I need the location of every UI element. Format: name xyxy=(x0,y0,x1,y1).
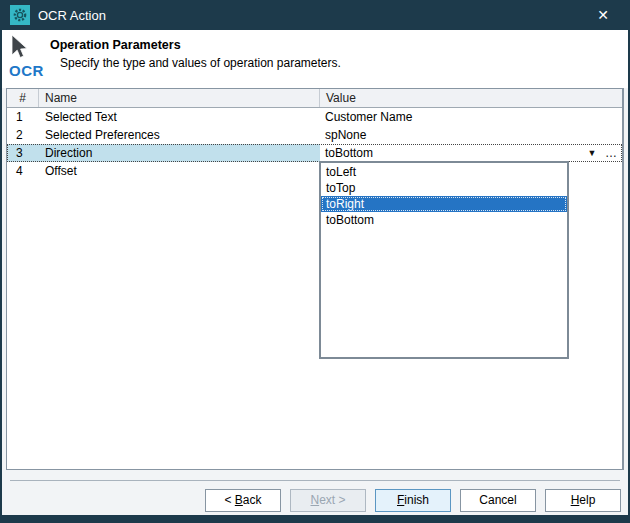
help-button[interactable]: Help xyxy=(545,489,621,512)
value-editor-cell[interactable]: toBottom▼… xyxy=(320,144,622,162)
row-name-cell: Direction xyxy=(39,144,320,162)
ellipsis-button[interactable]: … xyxy=(602,146,620,160)
dropdown-item[interactable]: toLeft xyxy=(321,164,567,180)
page-title: Operation Parameters xyxy=(50,38,181,52)
finish-button[interactable]: Finish xyxy=(375,489,451,512)
footer-separator xyxy=(10,480,620,481)
wizard-header: OCR Operation Parameters Specify the typ… xyxy=(2,30,628,88)
title-bar: OCR Action ✕ xyxy=(2,0,628,30)
cursor-arrow-icon xyxy=(9,34,33,60)
dropdown-arrow-icon[interactable]: ▼ xyxy=(582,144,602,162)
row-number-cell: 3 xyxy=(7,144,39,162)
ocr-action-dialog: OCR Action ✕ OCR Operation Parameters Sp… xyxy=(0,0,630,523)
ocr-logo: OCR xyxy=(9,34,49,78)
dropdown-item[interactable]: toTop xyxy=(321,180,567,196)
row-name-cell: Offset xyxy=(39,162,320,180)
table-row[interactable]: 3DirectiontoBottom▼… xyxy=(7,144,622,162)
page-subtitle: Specify the type and values of operation… xyxy=(60,56,341,70)
button-row: < BackNext >FinishCancelHelp xyxy=(205,489,621,512)
dropdown-item[interactable]: toRight xyxy=(321,196,567,212)
row-number-cell: 2 xyxy=(7,126,39,144)
column-header-name: Name xyxy=(39,89,320,107)
cancel-button[interactable]: Cancel xyxy=(460,489,536,512)
row-number-cell: 1 xyxy=(7,108,39,126)
row-value-cell: spNone xyxy=(320,126,622,144)
row-value-cell: Customer Name xyxy=(320,108,622,126)
dropdown-item[interactable]: toBottom xyxy=(321,212,567,228)
window-title: OCR Action xyxy=(38,8,588,23)
close-icon[interactable]: ✕ xyxy=(588,0,618,30)
row-name-cell: Selected Text xyxy=(39,108,320,126)
table-row[interactable]: 2Selected PreferencesspNone xyxy=(7,126,622,144)
app-gear-icon xyxy=(10,5,30,25)
direction-dropdown-list: toLefttoToptoRighttoBottom xyxy=(319,161,569,359)
value-editor-text: toBottom xyxy=(325,144,582,162)
table-row[interactable]: 1Selected TextCustomer Name xyxy=(7,108,622,126)
ocr-logo-text: OCR xyxy=(9,64,49,78)
row-name-cell: Selected Preferences xyxy=(39,126,320,144)
table-header-row: # Name Value xyxy=(7,89,622,108)
column-header-number: # xyxy=(7,89,39,107)
back-button[interactable]: < Back xyxy=(205,489,281,512)
row-number-cell: 4 xyxy=(7,162,39,180)
column-header-value: Value xyxy=(320,89,622,107)
next-button[interactable]: Next > xyxy=(290,489,366,512)
